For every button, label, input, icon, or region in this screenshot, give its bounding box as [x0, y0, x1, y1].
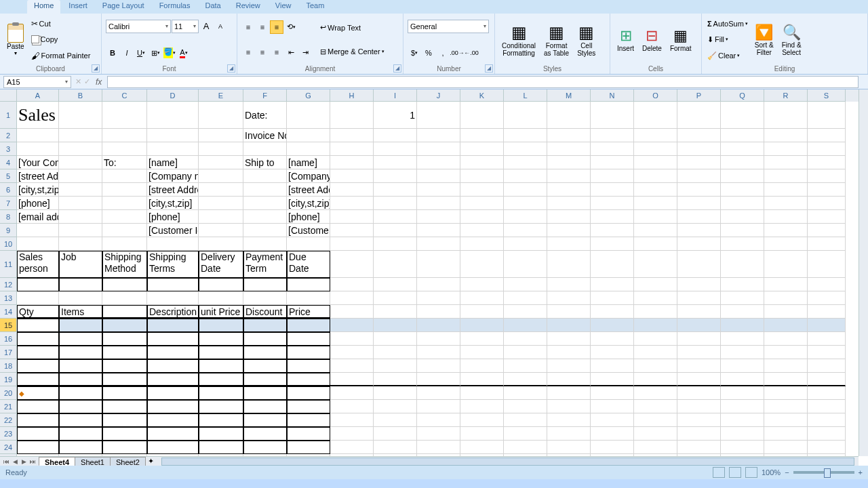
cell-E24[interactable] [199, 441, 243, 454]
cell-I11[interactable] [374, 251, 417, 278]
sheet-prev-icon[interactable]: ◀ [11, 458, 19, 465]
row-header-4[interactable]: 4 [0, 156, 17, 169]
cell-H6[interactable] [330, 183, 374, 197]
sheet-next-icon[interactable]: ▶ [20, 458, 28, 465]
number-format-dropdown[interactable]: General [408, 20, 489, 33]
cell-I4[interactable] [374, 156, 417, 169]
cell-O1[interactable] [634, 102, 677, 129]
cell-H10[interactable] [330, 237, 374, 251]
cell-J18[interactable] [417, 359, 460, 373]
cell-G11[interactable]: Due Date [287, 251, 330, 278]
cell-A6[interactable]: [city,st,zip] [17, 183, 59, 197]
cell-P15[interactable] [677, 319, 721, 332]
cell-H7[interactable] [330, 197, 374, 210]
cell-R16[interactable] [764, 332, 808, 346]
cell-C16[interactable] [102, 332, 147, 346]
cell-C10[interactable] [102, 237, 147, 251]
cell-B24[interactable] [59, 441, 102, 454]
cell-I21[interactable] [374, 400, 417, 413]
border-button[interactable]: ⊞▾ [149, 46, 162, 60]
cell-G9[interactable]: [Customer Id] [287, 224, 330, 237]
cell-M9[interactable] [547, 224, 591, 237]
align-right-button[interactable]: ≡ [270, 45, 283, 59]
tab-formulas[interactable]: Formulas [153, 0, 197, 14]
cell-C15[interactable] [102, 319, 147, 332]
row-header-21[interactable]: 21 [0, 400, 17, 413]
cell-I23[interactable] [374, 427, 417, 441]
cell-P8[interactable] [677, 210, 721, 224]
col-header-Q[interactable]: Q [721, 89, 764, 102]
cell-Q9[interactable] [721, 224, 764, 237]
percent-button[interactable]: % [422, 46, 435, 60]
cell-D14[interactable]: Description [147, 305, 199, 319]
col-header-J[interactable]: J [417, 89, 460, 102]
cell-I8[interactable] [374, 210, 417, 224]
cell-N6[interactable] [591, 183, 634, 197]
cell-P22[interactable] [677, 413, 721, 427]
cell-I3[interactable] [374, 142, 417, 156]
increase-indent-button[interactable]: ⇥ [298, 45, 312, 59]
row-header-16[interactable]: 16 [0, 332, 17, 346]
cell-Q22[interactable] [721, 413, 764, 427]
cell-S16[interactable] [808, 332, 846, 346]
cell-D12[interactable] [147, 278, 199, 291]
cell-S20[interactable] [808, 386, 846, 400]
row-header-18[interactable]: 18 [0, 359, 17, 373]
cell-Q5[interactable] [721, 169, 764, 183]
cell-O13[interactable] [634, 291, 677, 305]
cell-A1[interactable]: Sales Order [17, 102, 59, 129]
cell-R12[interactable] [764, 278, 808, 291]
cell-K19[interactable] [460, 373, 504, 386]
cell-C13[interactable] [102, 291, 147, 305]
cell-C5[interactable] [102, 169, 147, 183]
row-header-24[interactable]: 24 [0, 441, 17, 454]
cell-D17[interactable] [147, 346, 199, 359]
cell-D18[interactable] [147, 359, 199, 373]
cell-H12[interactable] [330, 278, 374, 291]
cell-Q23[interactable] [721, 427, 764, 441]
cell-A19[interactable] [17, 373, 59, 386]
column-headers[interactable]: ABCDEFGHIJKLMNOPQRS [17, 89, 859, 102]
cell-G17[interactable] [287, 346, 330, 359]
cell-G5[interactable]: [Company name] [287, 169, 330, 183]
cell-K4[interactable] [460, 156, 504, 169]
cell-K13[interactable] [460, 291, 504, 305]
cell-J16[interactable] [417, 332, 460, 346]
cell-M12[interactable] [547, 278, 591, 291]
cell-L2[interactable] [504, 129, 547, 142]
cell-B11[interactable]: Job [59, 251, 102, 278]
cell-L1[interactable] [504, 102, 547, 129]
name-box[interactable]: A15 [3, 76, 71, 88]
accept-formula-icon[interactable]: ✓ [84, 77, 90, 86]
cell-E6[interactable] [199, 183, 243, 197]
cell-C20[interactable] [102, 386, 147, 400]
cell-M16[interactable] [547, 332, 591, 346]
cell-Q10[interactable] [721, 237, 764, 251]
cell-R4[interactable] [764, 156, 808, 169]
cell-L9[interactable] [504, 224, 547, 237]
cell-A11[interactable]: Sales person [17, 251, 59, 278]
cell-J15[interactable] [417, 319, 460, 332]
cell-E17[interactable] [199, 346, 243, 359]
cell-H22[interactable] [330, 413, 374, 427]
tab-review[interactable]: Review [229, 0, 267, 14]
cell-H11[interactable] [330, 251, 374, 278]
cell-F1[interactable]: Date: [243, 102, 287, 129]
row-header-14[interactable]: 14 [0, 305, 17, 319]
cell-S15[interactable] [808, 319, 846, 332]
cell-E21[interactable] [199, 400, 243, 413]
new-sheet-button[interactable]: ✦ [145, 457, 157, 466]
cell-L18[interactable] [504, 359, 547, 373]
cell-P23[interactable] [677, 427, 721, 441]
cell-J22[interactable] [417, 413, 460, 427]
cell-F8[interactable] [243, 210, 287, 224]
cell-K5[interactable] [460, 169, 504, 183]
wrap-text-button[interactable]: ↩Wrap Text [319, 20, 386, 35]
cell-E3[interactable] [199, 142, 243, 156]
zoom-out-button[interactable]: − [785, 468, 789, 476]
cell-P18[interactable] [677, 359, 721, 373]
cell-K1[interactable] [460, 102, 504, 129]
cell-P21[interactable] [677, 400, 721, 413]
cell-M21[interactable] [547, 400, 591, 413]
font-size-dropdown[interactable]: 11 [172, 20, 199, 33]
